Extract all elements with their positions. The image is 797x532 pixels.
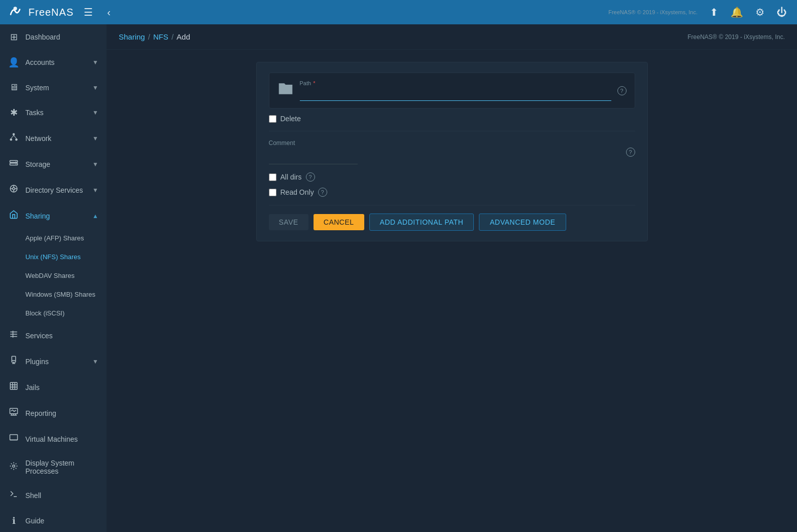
- comment-input[interactable]: [269, 148, 358, 164]
- path-help-icon[interactable]: ?: [617, 86, 627, 95]
- sidebar-subitem-windows-smb[interactable]: Windows (SMB) Shares: [0, 285, 107, 304]
- sidebar-item-label: Services: [25, 332, 98, 340]
- sidebar-item-guide[interactable]: ℹ Guide: [0, 508, 107, 532]
- breadcrumb: Sharing / NFS / Add: [119, 32, 190, 41]
- breadcrumb-bar: Sharing / NFS / Add FreeNAS® © 2019 - iX…: [107, 24, 797, 50]
- services-icon: [8, 330, 19, 341]
- all-dirs-help-icon[interactable]: ?: [306, 172, 315, 182]
- breadcrumb-add: Add: [177, 32, 190, 41]
- sidebar: ⊞ Dashboard 👤 Accounts ▼ 🖥 System ▼ ✱ Ta…: [0, 24, 107, 532]
- logo-icon: [6, 3, 24, 21]
- content-area: Sharing / NFS / Add FreeNAS® © 2019 - iX…: [107, 24, 797, 532]
- plugins-icon: [8, 356, 19, 367]
- comment-section: Comment ?: [269, 139, 635, 164]
- bell-icon[interactable]: 🔔: [726, 4, 747, 20]
- add-additional-path-button[interactable]: ADD ADDITIONAL PATH: [369, 214, 474, 231]
- advanced-mode-button[interactable]: ADVANCED MODE: [479, 214, 566, 231]
- network-icon: [8, 132, 19, 144]
- accounts-icon: 👤: [8, 57, 19, 68]
- sidebar-item-network[interactable]: Network ▼: [0, 125, 107, 151]
- cancel-button[interactable]: CANCEL: [314, 214, 364, 230]
- sidebar-item-services[interactable]: Services: [0, 323, 107, 348]
- svg-point-10: [16, 164, 17, 165]
- expand-arrow-directory: ▼: [92, 187, 98, 194]
- sidebar-subitem-label: Block (iSCSI): [25, 309, 64, 317]
- read-only-checkbox[interactable]: [269, 189, 276, 196]
- read-only-checkbox-label[interactable]: Read Only: [269, 188, 314, 196]
- storage-icon: [8, 158, 19, 170]
- menu-toggle-button[interactable]: ☰: [80, 4, 97, 20]
- svg-point-9: [16, 161, 17, 162]
- sidebar-item-jails[interactable]: Jails: [0, 374, 107, 400]
- all-dirs-checkbox-label[interactable]: All dirs: [269, 173, 302, 181]
- sidebar-item-shell[interactable]: Shell: [0, 482, 107, 508]
- power-icon[interactable]: ⏻: [773, 5, 791, 20]
- all-dirs-checkbox[interactable]: [269, 173, 276, 181]
- sidebar-item-label: Jails: [25, 383, 98, 392]
- folder-icon: [278, 81, 294, 100]
- sidebar-subitem-block-iscsi[interactable]: Block (iSCSI): [0, 304, 107, 323]
- comment-help-icon[interactable]: ?: [626, 148, 635, 157]
- sidebar-item-plugins[interactable]: Plugins ▼: [0, 348, 107, 374]
- sidebar-item-reporting[interactable]: Reporting: [0, 400, 107, 426]
- comment-wrap: Comment: [269, 139, 622, 164]
- sidebar-subitem-label: Windows (SMB) Shares: [25, 291, 95, 298]
- sidebar-item-display-system-processes[interactable]: Display System Processes: [0, 452, 107, 482]
- svg-point-1: [13, 7, 17, 10]
- divider-1: [269, 131, 635, 131]
- sidebar-item-virtual-machines[interactable]: Virtual Machines: [0, 426, 107, 452]
- sidebar-subitem-label: Apple (AFP) Shares: [25, 234, 84, 242]
- delete-checkbox[interactable]: [269, 115, 276, 123]
- svg-point-4: [15, 138, 18, 141]
- sidebar-item-label: Display System Processes: [25, 459, 98, 475]
- form-card: Path * ? Delete: [256, 62, 648, 241]
- sidebar-item-storage[interactable]: Storage ▼: [0, 151, 107, 177]
- delete-label-text: Delete: [281, 115, 301, 123]
- tasks-icon: ✱: [8, 107, 19, 118]
- sidebar-subitem-apple-afp[interactable]: Apple (AFP) Shares: [0, 229, 107, 247]
- sidebar-item-tasks[interactable]: ✱ Tasks ▼: [0, 100, 107, 125]
- sidebar-item-accounts[interactable]: 👤 Accounts ▼: [0, 50, 107, 75]
- sidebar-item-label: Storage: [25, 160, 86, 168]
- action-buttons: SAVE CANCEL ADD ADDITIONAL PATH ADVANCED…: [269, 214, 635, 231]
- sidebar-subitem-unix-nfs[interactable]: Unix (NFS) Shares: [0, 247, 107, 266]
- breadcrumb-nfs[interactable]: NFS: [153, 32, 168, 41]
- sidebar-subitem-label: WebDAV Shares: [25, 272, 75, 279]
- dashboard-icon: ⊞: [8, 31, 19, 43]
- svg-line-6: [14, 135, 16, 138]
- save-button[interactable]: SAVE: [269, 214, 308, 230]
- breadcrumb-sep-2: /: [171, 32, 174, 41]
- path-section: Path * ?: [269, 73, 635, 109]
- all-dirs-label-text: All dirs: [281, 173, 302, 181]
- reporting-icon: [8, 407, 19, 419]
- svg-point-2: [13, 133, 15, 136]
- breadcrumb-sharing[interactable]: Sharing: [119, 32, 145, 41]
- sidebar-item-directory-services[interactable]: Directory Services ▼: [0, 177, 107, 203]
- back-button[interactable]: ‹: [103, 5, 115, 20]
- shell-icon: [8, 489, 19, 501]
- sidebar-item-system[interactable]: 🖥 System ▼: [0, 75, 107, 100]
- logo-text: FreeNAS: [28, 7, 74, 18]
- svg-line-5: [11, 135, 14, 138]
- sidebar-subitem-webdav[interactable]: WebDAV Shares: [0, 266, 107, 285]
- sidebar-subitem-label: Unix (NFS) Shares: [25, 253, 81, 261]
- gear-icon[interactable]: ⚙: [751, 4, 769, 20]
- sidebar-item-sharing[interactable]: Sharing ▲: [0, 203, 107, 229]
- copyright-breadcrumb: FreeNAS® © 2019 - iXsystems, Inc.: [687, 33, 785, 41]
- upload-icon[interactable]: ⬆: [706, 4, 722, 20]
- expand-arrow-sharing: ▲: [92, 212, 98, 220]
- guide-icon: ℹ: [8, 515, 19, 526]
- options-section: All dirs ? Read Only ?: [269, 172, 635, 197]
- divider-2: [269, 205, 635, 205]
- form-container: Path * ? Delete: [244, 62, 660, 241]
- topbar: FreeNAS ☰ ‹ FreeNAS® © 2019 - iXsystems,…: [0, 0, 797, 24]
- path-input[interactable]: [300, 88, 611, 101]
- delete-checkbox-label[interactable]: Delete: [269, 115, 301, 123]
- expand-arrow-accounts: ▼: [92, 59, 98, 66]
- sidebar-item-dashboard[interactable]: ⊞ Dashboard: [0, 24, 107, 50]
- directory-services-icon: [8, 184, 19, 196]
- sidebar-item-label: Network: [25, 134, 86, 143]
- expand-arrow-tasks: ▼: [92, 109, 98, 116]
- read-only-help-icon[interactable]: ?: [318, 188, 327, 197]
- main-layout: ⊞ Dashboard 👤 Accounts ▼ 🖥 System ▼ ✱ Ta…: [0, 24, 797, 532]
